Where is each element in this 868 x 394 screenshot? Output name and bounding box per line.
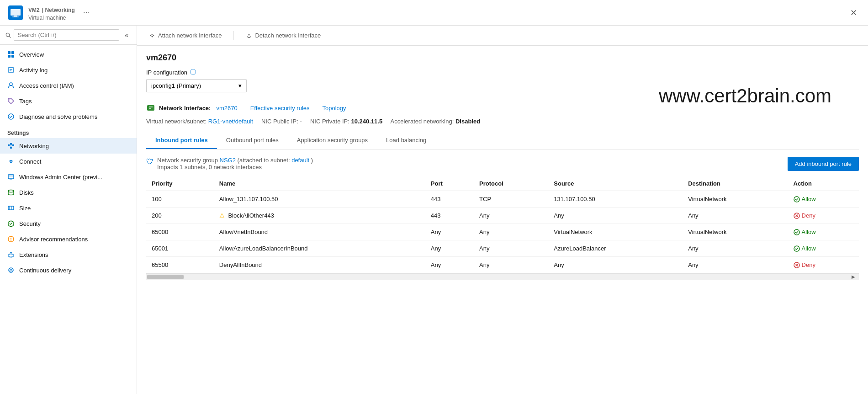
svg-point-33 — [11, 240, 11, 241]
allow-icon — [794, 245, 800, 252]
cell-priority: 100 — [146, 191, 214, 208]
detach-network-interface-button[interactable]: Detach network interface — [243, 30, 323, 41]
page-subtitle: Virtual machine — [28, 15, 66, 21]
settings-section-label: Settings — [0, 124, 137, 138]
table-row[interactable]: 65500 DenyAllInBound Any Any Any Any Den… — [146, 257, 859, 273]
tab-application-security-groups[interactable]: Application security groups — [288, 132, 377, 149]
more-options-button[interactable]: ··· — [83, 8, 90, 17]
cell-priority: 65000 — [146, 224, 214, 240]
table-row[interactable]: 65000 AllowVnetInBound Any Any VirtualNe… — [146, 224, 859, 240]
scroll-right-arrow[interactable]: ▶ — [850, 274, 857, 279]
svg-point-23 — [10, 161, 12, 163]
nsg-impacts-text: Impacts 1 subnets, 0 network interfaces — [157, 164, 313, 170]
cell-protocol: TCP — [474, 191, 548, 208]
cell-name: ⚠ BlockAllOther443 — [214, 208, 425, 224]
cell-source: AzureLoadBalancer — [548, 240, 683, 257]
sidebar-item-overview[interactable]: Overview — [0, 47, 137, 62]
sidebar-item-size[interactable]: Size — [0, 200, 137, 216]
page-title: VM2 | Networking — [28, 5, 75, 14]
content-area: www.cert2brain.com Attach network interf… — [137, 26, 868, 394]
title-bar-left: VM2 | Networking Virtual machine ··· — [7, 5, 90, 21]
cell-action: Allow — [788, 240, 859, 257]
nic-info-bar: Network Interface: vm2670 Effective secu… — [146, 100, 859, 116]
search-box: « — [0, 26, 137, 45]
add-inbound-port-rule-button[interactable]: Add inbound port rule — [788, 157, 859, 171]
cell-port: 443 — [425, 191, 474, 208]
cell-source: Any — [548, 208, 683, 224]
table-header-row: Priority Name Port Protocol Source Desti… — [146, 176, 859, 191]
cell-name: Allow_131.107.100.50 — [214, 191, 425, 208]
sidebar-item-label: Access control (IAM) — [19, 82, 74, 89]
title-text: VM2 | Networking Virtual machine — [28, 5, 75, 21]
rules-table-body: 100 Allow_131.107.100.50 443 TCP 131.107… — [146, 191, 859, 273]
cell-protocol: Any — [474, 257, 548, 273]
sidebar-item-diagnose[interactable]: Diagnose and solve problems — [0, 109, 137, 124]
subnet-link[interactable]: default — [291, 157, 309, 164]
topology-link[interactable]: Topology — [322, 105, 346, 112]
cell-action: Allow — [788, 191, 859, 208]
sidebar-item-extensions[interactable]: Extensions — [0, 247, 137, 262]
sidebar-item-advisor[interactable]: Advisor recommendations — [0, 231, 137, 247]
cell-destination: Any — [683, 208, 788, 224]
scrollbar-thumb[interactable] — [147, 275, 184, 279]
disks-icon — [7, 189, 15, 196]
sidebar-item-windows-admin[interactable]: Windows Admin Center (previ... — [0, 169, 137, 185]
vnet-link[interactable]: RG1-vnet/default — [208, 118, 253, 125]
svg-rect-24 — [8, 175, 14, 179]
tab-outbound-port-rules[interactable]: Outbound port rules — [217, 132, 288, 149]
sidebar-item-access-control[interactable]: Access control (IAM) — [0, 78, 137, 93]
nic-link[interactable]: vm2670 — [216, 105, 237, 112]
nic-label: Network Interface: — [159, 105, 211, 112]
sidebar-item-tags[interactable]: Tags — [0, 93, 137, 109]
search-icon — [5, 32, 11, 38]
effective-security-rules-link[interactable]: Effective security rules — [250, 105, 310, 112]
sidebar-item-disks[interactable]: Disks — [0, 185, 137, 200]
cell-port: Any — [425, 240, 474, 257]
col-header-action: Action — [788, 176, 859, 191]
cell-destination: VirtualNetwork — [683, 191, 788, 208]
sidebar-nav: Overview Activity log Access control (IA… — [0, 45, 137, 394]
cell-destination: Any — [683, 240, 788, 257]
search-input[interactable] — [14, 29, 120, 41]
sidebar-item-security[interactable]: Security — [0, 216, 137, 231]
attach-network-interface-button[interactable]: Attach network interface — [146, 30, 224, 41]
cell-source: 131.107.100.50 — [548, 191, 683, 208]
cell-protocol: Any — [474, 240, 548, 257]
sidebar-item-continuous-delivery[interactable]: Continuous delivery — [0, 262, 137, 278]
collapse-sidebar-button[interactable]: « — [122, 31, 131, 40]
cell-name: AllowVnetInBound — [214, 224, 425, 240]
sidebar-item-connect[interactable]: Connect — [0, 154, 137, 169]
table-row[interactable]: 200 ⚠ BlockAllOther443 443 Any Any Any D… — [146, 208, 859, 224]
col-header-source: Source — [548, 176, 683, 191]
cell-destination: Any — [683, 257, 788, 273]
advisor-icon — [7, 235, 15, 243]
cell-port: Any — [425, 257, 474, 273]
tab-load-balancing[interactable]: Load balancing — [377, 132, 435, 149]
continuous-delivery-icon — [7, 266, 15, 274]
ip-config-select[interactable]: ipconfig1 (Primary) ▾ — [146, 79, 247, 92]
detach-icon — [246, 32, 252, 39]
tabs-bar: Inbound port rules Outbound port rules A… — [146, 132, 859, 149]
horizontal-scrollbar[interactable]: ◀ ▶ — [146, 273, 859, 280]
network-interface-name: vm2670 — [146, 53, 859, 63]
nsg-info: 🛡 Network security group NSG2 (attached … — [146, 157, 313, 170]
cell-port: 443 — [425, 208, 474, 224]
sidebar-item-activity-log[interactable]: Activity log — [0, 62, 137, 78]
table-row[interactable]: 65001 AllowAzureLoadBalancerInBound Any … — [146, 240, 859, 257]
nic-icon — [146, 103, 155, 112]
svg-rect-26 — [10, 179, 12, 180]
close-button[interactable]: ✕ — [847, 6, 861, 20]
cell-priority: 200 — [146, 208, 214, 224]
sidebar-item-label: Extensions — [19, 251, 48, 258]
sidebar-item-label: Networking — [19, 143, 49, 149]
security-icon — [7, 220, 15, 227]
windows-admin-icon — [7, 173, 15, 181]
cell-action: Allow — [788, 224, 859, 240]
nsg-link[interactable]: NSG2 — [220, 157, 236, 164]
sidebar-item-networking[interactable]: Networking — [0, 138, 137, 154]
col-header-name: Name — [214, 176, 425, 191]
svg-rect-17 — [12, 144, 14, 146]
tab-inbound-port-rules[interactable]: Inbound port rules — [146, 132, 217, 149]
access-control-icon — [7, 82, 15, 89]
table-row[interactable]: 100 Allow_131.107.100.50 443 TCP 131.107… — [146, 191, 859, 208]
